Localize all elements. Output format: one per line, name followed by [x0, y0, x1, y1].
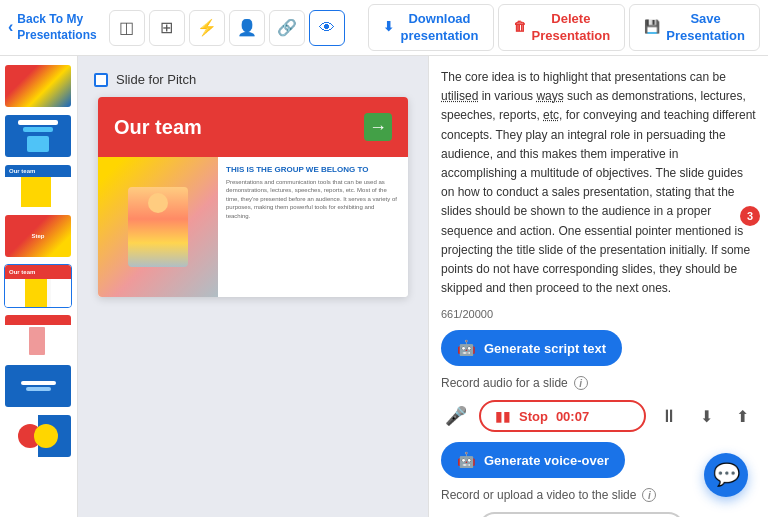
slide-top-bar: Our team → — [98, 97, 408, 157]
slide-image — [98, 157, 218, 297]
generate-voiceover-label: Generate voice-over — [484, 453, 609, 468]
mic-button[interactable]: 🎤 — [441, 401, 471, 431]
slide-body-title: THIS IS THE GROUP WE BELONG TO — [226, 165, 400, 174]
slide-thumb-2[interactable] — [4, 114, 72, 158]
download-icon: ⬇ — [383, 19, 394, 36]
slide-thumb-4[interactable]: Step — [4, 214, 72, 258]
slide-thumb-5[interactable]: Our team — [4, 264, 72, 308]
record-video-label: Record or upload a video to the slide i — [441, 488, 756, 502]
slide-body: THIS IS THE GROUP WE BELONG TO Presentat… — [98, 157, 408, 297]
link-icon-button[interactable]: 🔗 — [269, 10, 305, 46]
slide-canvas: Our team → THIS IS THE GROUP WE BELONG T… — [98, 97, 408, 297]
video-row: 📷 Start ⬇ ⬆ — [441, 512, 756, 517]
slide-arrow-button[interactable]: → — [364, 113, 392, 141]
generate-voiceover-button[interactable]: 🤖 Generate voice-over — [441, 442, 625, 478]
notification-badge: 3 — [740, 206, 760, 226]
slide-label: Slide for Pitch — [116, 72, 196, 87]
record-audio-label: Record audio for a slide i — [441, 376, 756, 390]
chat-bubble-button[interactable]: 💬 — [704, 453, 748, 497]
record-video-info-icon[interactable]: i — [642, 488, 656, 502]
chevron-left-icon: ‹ — [8, 17, 13, 38]
slide-thumb-6[interactable] — [4, 314, 72, 358]
slide-thumb-1[interactable] — [4, 64, 72, 108]
delete-label: Delete Presentation — [532, 11, 611, 45]
slide-label-bar: Slide for Pitch — [94, 72, 412, 87]
slide-view: Slide for Pitch Our team → THIS IS THE G… — [78, 56, 428, 517]
video-camera-button[interactable]: 📷 — [441, 513, 471, 517]
slide-thumb-7[interactable] — [4, 364, 72, 408]
ways-word: ways — [536, 89, 563, 103]
eye-icon-button[interactable]: 👁 — [309, 10, 345, 46]
slide-body-content: THIS IS THE GROUP WE BELONG TO Presentat… — [218, 157, 408, 297]
upload-audio-button[interactable]: ⬆ — [728, 402, 756, 430]
generate-script-label: Generate script text — [484, 341, 606, 356]
timer-display: 00:07 — [556, 409, 589, 424]
char-count: 661/20000 — [441, 308, 756, 320]
delete-icon: 🗑 — [513, 19, 526, 36]
slide-thumb-3[interactable]: Our team — [4, 164, 72, 208]
download-audio-button[interactable]: ⬇ — [692, 402, 720, 430]
slide-checkbox[interactable] — [94, 73, 108, 87]
audio-row: 🎤 ▮▮ Stop 00:07 ⏸ ⬇ ⬆ — [441, 400, 756, 432]
record-audio-info-icon[interactable]: i — [574, 376, 588, 390]
slides-panel: Our team Step Our team — [0, 56, 78, 517]
utilised-word: utilised — [441, 89, 478, 103]
ai-voice-icon: 🤖 — [457, 451, 476, 469]
back-button[interactable]: ‹ Back To My Presentations — [8, 12, 97, 43]
generate-script-button[interactable]: 🤖 Generate script text — [441, 330, 622, 366]
stop-icon: ▮▮ — [495, 408, 511, 424]
etc-word-1: etc — [543, 108, 559, 122]
start-button[interactable]: Start — [479, 512, 684, 517]
toolbar: ◫ ⊞ ⚡ 👤 🔗 👁 — [109, 10, 369, 46]
delete-button[interactable]: 🗑 Delete Presentation — [498, 4, 626, 52]
person-plus-icon-button[interactable]: 👤 — [229, 10, 265, 46]
save-label: Save Presentation — [666, 11, 745, 45]
save-icon: 💾 — [644, 19, 660, 36]
right-panel: The core idea is to highlight that prese… — [428, 56, 768, 517]
stop-button[interactable]: ▮▮ Stop 00:07 — [479, 400, 646, 432]
save-button[interactable]: 💾 Save Presentation — [629, 4, 760, 52]
slide-title: Our team — [114, 116, 202, 139]
stop-label: Stop — [519, 409, 548, 424]
download-label: Download presentation — [400, 11, 478, 45]
slide-thumb-8[interactable] — [4, 414, 72, 458]
pause-button[interactable]: ⏸ — [654, 401, 684, 431]
download-button[interactable]: ⬇ Download presentation — [368, 4, 493, 52]
header-actions: ⬇ Download presentation 🗑 Delete Present… — [368, 4, 760, 52]
lightning-icon-button[interactable]: ⚡ — [189, 10, 225, 46]
main-content: Our team Step Our team — [0, 56, 768, 517]
back-label: Back To My Presentations — [17, 12, 96, 43]
ai-script-icon: 🤖 — [457, 339, 476, 357]
monitor-icon-button[interactable]: ◫ — [109, 10, 145, 46]
description-text: The core idea is to highlight that prese… — [441, 68, 756, 298]
header: ‹ Back To My Presentations ◫ ⊞ ⚡ 👤 🔗 👁 ⬇… — [0, 0, 768, 56]
grid-icon-button[interactable]: ⊞ — [149, 10, 185, 46]
slide-body-text: Presentations and communication tools th… — [226, 178, 400, 220]
chat-icon: 💬 — [713, 462, 740, 488]
